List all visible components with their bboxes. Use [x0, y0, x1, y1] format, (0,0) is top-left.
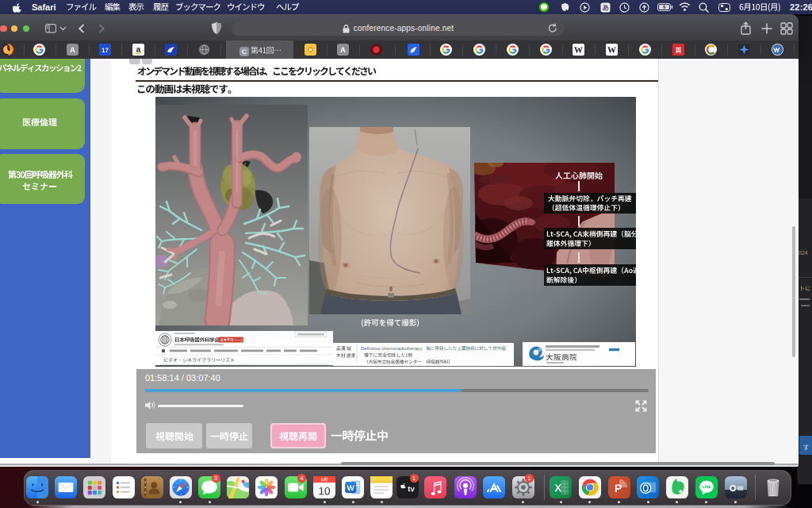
- svg-text:Definitive chemoradiotherapy: Definitive chemoradiotherapy: [361, 346, 423, 351]
